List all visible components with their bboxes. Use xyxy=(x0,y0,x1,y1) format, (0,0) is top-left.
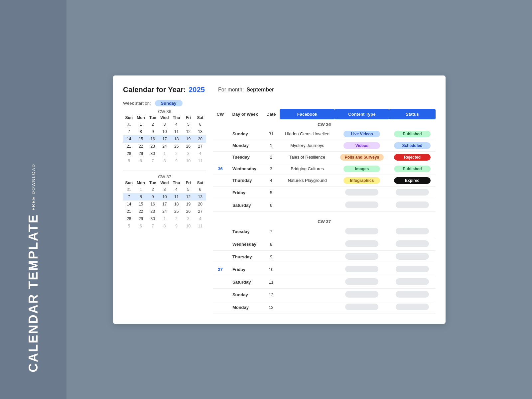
schedule-table: CW Day of Week Date Facebook Content Typ… xyxy=(213,109,436,314)
col-content-type: Content Type xyxy=(335,109,389,119)
table-row: 37 Friday 10 xyxy=(213,263,436,276)
cw36-grid: 31123456 78910111213 14151617181920 2122… xyxy=(123,121,206,165)
table-row: Saturday 11 xyxy=(213,276,436,288)
col-dow: Day of Week xyxy=(228,109,263,119)
sidebar-free-download: FREE DOWNLOAD xyxy=(31,164,36,210)
week-start-row: Week start on: Sunday xyxy=(123,100,436,106)
cw37-header: SunMonTueWedThuFriSat xyxy=(123,181,206,185)
table-row: 36 Wednesday 3 Bridging Cultures Images … xyxy=(213,163,436,175)
for-month-label: For month: xyxy=(218,87,244,93)
sidebar-title: CALENDAR TEMPLATE xyxy=(27,214,40,372)
table-row: Tuesday 7 xyxy=(213,225,436,238)
main-card: Calendar for Year: 2025 For month: Septe… xyxy=(113,75,446,324)
col-date: Date xyxy=(262,109,280,119)
table-row: Monday 1 Mystery Journeys Videos Schedul… xyxy=(213,140,436,151)
cw36-section: CW 36 SunMonTueWedThuFriSat 31123456 789… xyxy=(123,109,206,165)
sidebar: FREE DOWNLOAD CALENDAR TEMPLATE xyxy=(0,0,66,399)
week-start-label: Week start on: xyxy=(123,101,151,106)
table-row: Friday 5 xyxy=(213,186,436,199)
table-row: Wednesday 8 xyxy=(213,238,436,250)
table-row: Sunday 31 Hidden Gems Unveiled Live Vide… xyxy=(213,128,436,140)
calendar-label: Calendar for Year: xyxy=(123,85,186,94)
col-facebook: Facebook xyxy=(280,109,335,119)
table-row: Thursday 9 xyxy=(213,250,436,263)
table-row: Saturday 6 xyxy=(213,199,436,211)
table-row: Monday 13 xyxy=(213,301,436,314)
cw37-section: CW 37 SunMonTueWedThuFriSat 31123456 789… xyxy=(123,174,206,230)
cw37-grid: 31123456 78910111213 14151617181920 2122… xyxy=(123,186,206,230)
cw36-label: CW 36 xyxy=(123,109,206,114)
cw37-label: CW 37 xyxy=(123,174,206,179)
header-row: Calendar for Year: 2025 For month: Septe… xyxy=(123,85,436,94)
week-start-value: Sunday xyxy=(155,100,183,106)
mini-calendar: CW 36 SunMonTueWedThuFriSat 31123456 789… xyxy=(123,109,206,314)
table-row: Thursday 4 Nature's Playground Infograph… xyxy=(213,175,436,186)
content-wrapper: CW 36 SunMonTueWedThuFriSat 31123456 789… xyxy=(123,109,436,314)
col-status: Status xyxy=(389,109,436,119)
col-cw: CW xyxy=(213,109,228,119)
table-row: Sunday 12 xyxy=(213,288,436,301)
calendar-month: September xyxy=(246,87,274,93)
calendar-year: 2025 xyxy=(189,85,205,94)
table-row: Tuesday 2 Tales of Resilience Polls and … xyxy=(213,151,436,163)
cw36-header: SunMonTueWedThuFriSat xyxy=(123,115,206,120)
